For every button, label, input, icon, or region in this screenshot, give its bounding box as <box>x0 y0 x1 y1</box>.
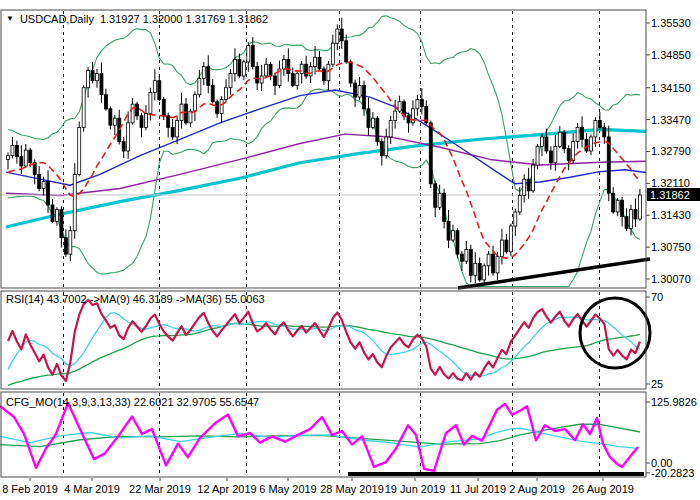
time-axis-label: 12 Apr 2019 <box>197 483 256 495</box>
symbol-title: USDCAD,Daily <box>20 13 94 25</box>
candle-body <box>567 149 570 161</box>
time-axis-label: 22 Mar 2019 <box>129 483 191 495</box>
candles-layer <box>7 18 642 284</box>
candle-body <box>505 240 508 252</box>
candle-body <box>122 142 125 151</box>
candle-body <box>211 85 214 101</box>
candle-body <box>144 113 147 127</box>
rsi-ma9-cyan <box>8 313 640 377</box>
candle-body <box>127 123 130 151</box>
candle-body <box>589 137 592 151</box>
price-axis-label: 1.34850 <box>651 49 691 61</box>
candle-body <box>233 60 236 74</box>
rsi-axis-label: 70 <box>651 291 663 303</box>
candle-body <box>158 81 161 100</box>
candle-body <box>354 83 357 97</box>
quote-ohlc: 1.31927 1.32000 1.31769 1.31862 <box>100 13 268 25</box>
candle-body <box>300 64 303 73</box>
candle-body <box>558 132 561 146</box>
candle-body <box>576 128 579 142</box>
candle-body <box>336 29 339 43</box>
candle-body <box>140 116 143 128</box>
candle-body <box>572 142 575 161</box>
candle-body <box>265 64 268 76</box>
candle-body <box>38 174 41 188</box>
time-axis-label: 26 Aug 2019 <box>572 483 634 495</box>
candle-body <box>554 146 557 162</box>
candle-body <box>612 193 615 212</box>
candle-body <box>327 64 330 80</box>
candle-body <box>136 104 139 116</box>
candle-body <box>274 76 277 85</box>
price-axis-label: 1.30070 <box>651 273 691 285</box>
candle-body <box>109 109 112 125</box>
candle-body <box>42 181 45 188</box>
time-axis-label: 4 Mar 2019 <box>64 483 120 495</box>
candle-body <box>247 46 250 62</box>
candle-body <box>225 88 228 100</box>
candle-body <box>78 128 81 175</box>
candle-body <box>527 179 530 191</box>
cfg-magenta-line <box>0 403 638 471</box>
symbol-dropdown-icon[interactable]: ▼ <box>6 15 14 23</box>
candle-body <box>411 109 414 123</box>
candle-body <box>434 184 437 207</box>
rsi-ma36-green <box>8 323 640 385</box>
panel-border <box>1 10 646 288</box>
candle-body <box>607 137 610 193</box>
candle-body <box>634 210 637 219</box>
candle-body <box>349 62 352 83</box>
candle-body <box>82 88 85 128</box>
current-price-badge: 1.31862 <box>647 188 700 201</box>
candle-body <box>207 67 210 86</box>
candle-body <box>598 121 601 128</box>
candle-body <box>91 70 94 80</box>
candle-body <box>465 249 468 261</box>
candle-body <box>309 67 312 76</box>
cfg-indicator-label: CFG_MO(14,3,9,3,13,33) 22.6021 32.9705 5… <box>6 396 259 408</box>
candle-body <box>322 69 325 81</box>
candle-body <box>229 74 232 88</box>
candle-body <box>216 102 219 114</box>
time-axis-label: 28 May 2019 <box>320 483 384 495</box>
candle-body <box>367 109 370 128</box>
candle-body <box>60 210 63 238</box>
candle-body <box>149 92 152 113</box>
candle-body <box>469 249 472 275</box>
candle-body <box>438 193 441 207</box>
candle-body <box>492 254 495 273</box>
candle-body <box>509 226 512 252</box>
chart-title-row: ▼ USDCAD,Daily 1.31927 1.32000 1.31769 1… <box>6 13 268 25</box>
candle-body <box>420 99 423 106</box>
candle-body <box>625 217 628 229</box>
candle-body <box>549 151 552 163</box>
candle-body <box>541 137 544 146</box>
candle-body <box>518 196 521 212</box>
candle-body <box>314 57 317 66</box>
rsi-indicator-label: RSI(14) 43.7002 ->MA(9) 46.3189 ->MA(36)… <box>6 293 265 305</box>
candle-body <box>153 81 156 93</box>
candle-body <box>443 193 446 221</box>
candle-body <box>198 78 201 94</box>
candle-body <box>536 146 539 165</box>
candle-body <box>385 137 388 156</box>
time-axis-label: 8 Feb 2019 <box>2 483 58 495</box>
candle-body <box>621 200 624 216</box>
candle-body <box>483 266 486 280</box>
candle-body <box>456 231 459 254</box>
candle-body <box>242 62 245 76</box>
price-chart-canvas[interactable] <box>0 0 700 500</box>
candle-body <box>585 139 588 151</box>
mt4-chart-window: ▼ USDCAD,Daily 1.31927 1.32000 1.31769 1… <box>0 0 700 500</box>
candle-body <box>345 41 348 62</box>
rsi-axis-label: 25 <box>651 378 663 390</box>
candle-body <box>100 74 103 95</box>
candle-body <box>394 111 397 120</box>
candle-body <box>532 165 535 191</box>
time-axis-label: 19 Jun 2019 <box>385 483 446 495</box>
candle-body <box>11 145 14 155</box>
candle-body <box>318 57 321 69</box>
candle-body <box>260 76 263 83</box>
price-axis-label: 1.34150 <box>651 82 691 94</box>
candle-body <box>104 95 107 109</box>
